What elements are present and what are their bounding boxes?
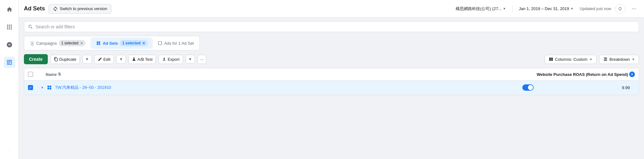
roas-header-label: Website Purchase ROAS (Return on Ad Spen… bbox=[537, 72, 628, 77]
columns-icon bbox=[549, 57, 553, 61]
table-row: ✓ TW,汽車精品 - 26~50 - 201910 bbox=[24, 81, 639, 95]
tab-campaigns[interactable]: Campaigns 1 selected × bbox=[25, 37, 90, 49]
campaigns-badge: 1 selected × bbox=[59, 40, 86, 46]
grid-small-icon bbox=[47, 85, 52, 90]
switch-icon bbox=[53, 6, 58, 11]
svg-rect-0 bbox=[158, 42, 162, 45]
account-selector[interactable]: 構思網路科技(公司) (27... ▼ bbox=[453, 5, 508, 13]
name-header-label: Name bbox=[46, 72, 57, 77]
tab-ads[interactable]: Ads for 1 Ad Set bbox=[153, 38, 198, 48]
ab-test-label: A/B Test bbox=[137, 57, 153, 62]
row-checkbox[interactable]: ✓ bbox=[28, 85, 33, 90]
duplicate-dropdown[interactable]: ▼ bbox=[82, 55, 92, 64]
switch-version-button[interactable]: Switch to previous version bbox=[49, 4, 111, 14]
duplicate-icon bbox=[54, 57, 58, 61]
more-options-button[interactable]: ··· bbox=[629, 4, 639, 14]
dial-icon[interactable] bbox=[4, 39, 15, 50]
edit-button[interactable]: Edit bbox=[94, 55, 114, 64]
checkbox-check-icon: ✓ bbox=[29, 86, 32, 89]
top-bar: Ad Sets Switch to previous version 構思網路科… bbox=[19, 0, 644, 18]
export-button[interactable]: Export bbox=[158, 55, 183, 64]
adsets-badge-text: 1 selected bbox=[122, 41, 141, 45]
tab-adsets-label: Ad Sets bbox=[103, 41, 118, 46]
row-ad-set-name[interactable]: TW,汽車精品 - 26~50 - 201910 bbox=[55, 85, 111, 90]
create-button[interactable]: Create bbox=[24, 54, 48, 64]
duplicate-button[interactable]: Duplicate bbox=[50, 55, 80, 64]
account-dropdown-icon: ▼ bbox=[503, 7, 506, 10]
dot-icon: • bbox=[4, 144, 15, 155]
breakdown-button[interactable]: Breakdown ▼ bbox=[599, 55, 639, 64]
name-sort-icon[interactable]: ⇅ bbox=[58, 72, 61, 77]
edit-icon bbox=[98, 57, 102, 61]
add-column-button[interactable]: + bbox=[629, 71, 635, 77]
row-roas-value-col: 9.99 bbox=[578, 85, 635, 90]
row-toggle[interactable] bbox=[522, 84, 534, 91]
table: Name ⇅ Website Purchase ROAS (Return on … bbox=[24, 68, 639, 95]
tab-campaigns-label: Campaigns bbox=[36, 41, 57, 46]
duplicate-label: Duplicate bbox=[59, 57, 76, 62]
adsets-icon bbox=[96, 41, 101, 46]
header-checkbox[interactable] bbox=[28, 72, 33, 77]
updated-status: Updated just now bbox=[580, 6, 611, 11]
export-icon bbox=[162, 57, 166, 61]
separator bbox=[512, 6, 513, 12]
main-content: Ad Sets Switch to previous version 構思網路科… bbox=[19, 0, 644, 159]
table-header: Name ⇅ Website Purchase ROAS (Return on … bbox=[24, 68, 639, 81]
campaigns-badge-text: 1 selected bbox=[61, 41, 79, 45]
search-icon bbox=[28, 24, 33, 29]
ab-test-button[interactable]: A/B Test bbox=[128, 55, 156, 64]
breakdown-icon bbox=[603, 57, 608, 61]
date-range-selector[interactable]: Jan 1, 2019 – Dec 31, 2019 ▼ bbox=[516, 5, 576, 12]
search-bar bbox=[24, 21, 639, 32]
header-checkbox-col bbox=[28, 72, 39, 77]
refresh-icon bbox=[618, 7, 622, 11]
tab-adsets[interactable]: Ad Sets 1 selected × bbox=[92, 37, 152, 49]
tabs-container: Campaigns 1 selected × Ad Sets 1 selecte… bbox=[24, 36, 200, 50]
campaigns-badge-close[interactable]: × bbox=[80, 41, 83, 46]
edit-dropdown[interactable]: ▼ bbox=[116, 55, 126, 64]
breakdown-label: Breakdown bbox=[609, 57, 630, 62]
campaigns-icon bbox=[30, 41, 34, 45]
header-roas-col: Website Purchase ROAS (Return on Ad Spen… bbox=[534, 71, 635, 77]
columns-label: Columns: Custom bbox=[555, 57, 587, 62]
content-area: Campaigns 1 selected × Ad Sets 1 selecte… bbox=[19, 18, 644, 159]
ab-test-icon bbox=[132, 57, 136, 61]
breakdown-dropdown-icon: ▼ bbox=[632, 58, 635, 61]
table-icon[interactable] bbox=[4, 57, 15, 68]
date-dropdown-icon: ▼ bbox=[570, 7, 574, 10]
toggle-knob bbox=[528, 85, 533, 90]
tab-ads-label: Ads for 1 Ad Set bbox=[164, 41, 194, 46]
tab-divider-1 bbox=[91, 39, 91, 48]
page-title: Ad Sets bbox=[24, 5, 45, 12]
columns-button[interactable]: Columns: Custom ▼ bbox=[545, 55, 597, 64]
more-toolbar-button[interactable]: ··· bbox=[197, 55, 207, 64]
add-column-icon: + bbox=[631, 72, 633, 77]
row-checkbox-col: ✓ bbox=[28, 85, 39, 90]
roas-value: 9.99 bbox=[622, 85, 630, 90]
adset-grid-icon bbox=[46, 84, 53, 91]
grid-icon[interactable] bbox=[4, 21, 15, 33]
edit-label: Edit bbox=[103, 57, 110, 62]
date-range-text: Jan 1, 2019 – Dec 31, 2019 bbox=[519, 6, 569, 11]
switch-label: Switch to previous version bbox=[60, 6, 107, 11]
toolbar: Create Duplicate ▼ Edit ▼ A/B Test Ex bbox=[24, 54, 639, 64]
adsets-badge: 1 selected × bbox=[120, 40, 147, 46]
search-input[interactable] bbox=[36, 24, 635, 29]
row-expand-col bbox=[39, 84, 46, 91]
export-dropdown[interactable]: ▼ bbox=[186, 55, 195, 64]
refresh-button[interactable] bbox=[615, 4, 625, 14]
row-name-cell: TW,汽車精品 - 26~50 - 201910 bbox=[46, 84, 478, 91]
row-expand-button[interactable] bbox=[39, 84, 46, 91]
header-name-col: Name ⇅ bbox=[46, 72, 534, 77]
columns-dropdown-icon: ▼ bbox=[589, 58, 592, 61]
tab-divider-2 bbox=[153, 39, 153, 48]
expand-icon bbox=[41, 86, 44, 89]
home-icon[interactable] bbox=[4, 4, 15, 15]
ads-icon bbox=[158, 41, 162, 45]
account-name: 構思網路科技(公司) (27... bbox=[456, 6, 502, 12]
adsets-badge-close[interactable]: × bbox=[142, 41, 145, 46]
row-toggle-col bbox=[478, 84, 578, 91]
export-label: Export bbox=[168, 57, 180, 62]
sidebar: • bbox=[0, 0, 19, 159]
